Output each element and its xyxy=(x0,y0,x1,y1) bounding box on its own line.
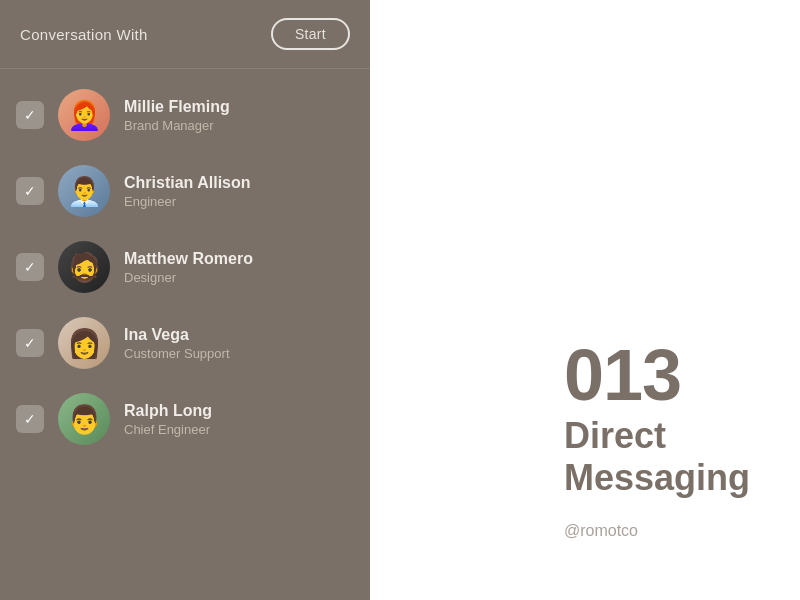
avatar-matthew: 🧔 xyxy=(58,241,110,293)
contact-info-ralph: Ralph LongChief Engineer xyxy=(124,402,354,437)
avatar-ina: 👩 xyxy=(58,317,110,369)
contact-list: ✓👩‍🦰Millie FlemingBrand Manager✓👨‍💼Chris… xyxy=(0,69,370,600)
contact-role-ina: Customer Support xyxy=(124,346,354,361)
contact-item-millie[interactable]: ✓👩‍🦰Millie FlemingBrand Manager xyxy=(0,77,370,153)
contact-info-ina: Ina VegaCustomer Support xyxy=(124,326,354,361)
panel-title: Conversation With xyxy=(20,26,148,43)
contact-name-millie: Millie Fleming xyxy=(124,98,354,116)
checkbox-millie[interactable]: ✓ xyxy=(16,101,44,129)
branding-number: 013 xyxy=(564,339,750,411)
contact-name-christian: Christian Allison xyxy=(124,174,354,192)
branding-title-line1: Direct xyxy=(564,415,666,456)
start-button[interactable]: Start xyxy=(271,18,350,50)
avatar-ralph: 👨 xyxy=(58,393,110,445)
checkmark-icon: ✓ xyxy=(24,336,36,350)
checkbox-ina[interactable]: ✓ xyxy=(16,329,44,357)
right-panel: 013 Direct Messaging @romotco xyxy=(370,0,800,600)
contact-role-ralph: Chief Engineer xyxy=(124,422,354,437)
branding-handle: @romotco xyxy=(564,522,750,540)
checkmark-icon: ✓ xyxy=(24,412,36,426)
contact-item-matthew[interactable]: ✓🧔Matthew RomeroDesigner xyxy=(0,229,370,305)
contact-item-christian[interactable]: ✓👨‍💼Christian AllisonEngineer xyxy=(0,153,370,229)
contact-role-millie: Brand Manager xyxy=(124,118,354,133)
contact-name-ralph: Ralph Long xyxy=(124,402,354,420)
checkmark-icon: ✓ xyxy=(24,108,36,122)
panel-header: Conversation With Start xyxy=(0,0,370,69)
checkmark-icon: ✓ xyxy=(24,260,36,274)
avatar-christian: 👨‍💼 xyxy=(58,165,110,217)
checkmark-icon: ✓ xyxy=(24,184,36,198)
contact-info-millie: Millie FlemingBrand Manager xyxy=(124,98,354,133)
avatar-millie: 👩‍🦰 xyxy=(58,89,110,141)
checkbox-matthew[interactable]: ✓ xyxy=(16,253,44,281)
contact-item-ralph[interactable]: ✓👨Ralph LongChief Engineer xyxy=(0,381,370,457)
contact-info-christian: Christian AllisonEngineer xyxy=(124,174,354,209)
contact-item-ina[interactable]: ✓👩Ina VegaCustomer Support xyxy=(0,305,370,381)
contact-info-matthew: Matthew RomeroDesigner xyxy=(124,250,354,285)
contact-name-matthew: Matthew Romero xyxy=(124,250,354,268)
checkbox-christian[interactable]: ✓ xyxy=(16,177,44,205)
contact-role-christian: Engineer xyxy=(124,194,354,209)
checkbox-ralph[interactable]: ✓ xyxy=(16,405,44,433)
contact-name-ina: Ina Vega xyxy=(124,326,354,344)
branding-title: Direct Messaging xyxy=(564,415,750,498)
branding-title-line2: Messaging xyxy=(564,457,750,498)
branding: 013 Direct Messaging @romotco xyxy=(564,339,750,540)
left-panel: Conversation With Start ✓👩‍🦰Millie Flemi… xyxy=(0,0,370,600)
contact-role-matthew: Designer xyxy=(124,270,354,285)
